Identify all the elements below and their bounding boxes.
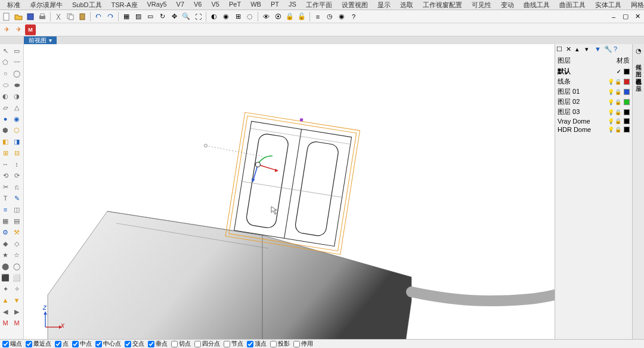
- tool-33[interactable]: ⚒: [11, 227, 22, 238]
- menu-19[interactable]: 曲线工具: [519, 0, 555, 10]
- help-icon[interactable]: ?: [348, 11, 359, 22]
- layer-row[interactable]: Vray Dome💡🔒: [555, 117, 632, 125]
- layer-row[interactable]: 默认✓: [555, 66, 632, 76]
- ghost-icon[interactable]: ◌: [244, 11, 255, 22]
- tool-19[interactable]: ⊟: [11, 147, 22, 158]
- tool-11[interactable]: △: [11, 102, 22, 113]
- props-icon[interactable]: ◷: [324, 11, 335, 22]
- tool-29[interactable]: ◫: [11, 204, 22, 215]
- tool-8[interactable]: ◐: [0, 91, 11, 101]
- vtab-0[interactable]: 属性: [633, 57, 644, 62]
- ungroup-icon[interactable]: ▨: [133, 11, 144, 22]
- panel-filter-icon[interactable]: ▼: [595, 45, 603, 54]
- tool-48[interactable]: M: [0, 318, 11, 328]
- layer-color-swatch[interactable]: [624, 79, 630, 85]
- menu-21[interactable]: 实体工具: [590, 0, 626, 10]
- tool-15[interactable]: ⬡: [11, 125, 22, 135]
- layer-visibility-icons[interactable]: 💡🔒: [608, 89, 621, 95]
- layer-color-swatch[interactable]: [624, 118, 630, 124]
- snap-checkbox[interactable]: [2, 341, 9, 347]
- tool-13[interactable]: ◉: [11, 113, 22, 124]
- select-icon[interactable]: ▭: [145, 11, 156, 22]
- menu-8[interactable]: PeT: [224, 0, 246, 10]
- viewport[interactable]: x z: [24, 44, 555, 339]
- undo-icon[interactable]: [93, 11, 104, 22]
- tool-47[interactable]: ▶: [11, 306, 22, 317]
- snap-4[interactable]: 中心点: [95, 340, 121, 348]
- menu-13[interactable]: 设置视图: [337, 0, 373, 10]
- panel-new-icon[interactable]: ☐: [556, 45, 565, 54]
- tool-49[interactable]: M: [11, 318, 22, 328]
- print-icon[interactable]: [37, 11, 48, 22]
- tool-7[interactable]: ⬬: [11, 79, 22, 90]
- tool-34[interactable]: ◆: [0, 238, 11, 249]
- tool-46[interactable]: ◀: [0, 306, 11, 317]
- new-icon[interactable]: [1, 11, 12, 22]
- zoom-ext-icon[interactable]: ⛶: [193, 11, 203, 22]
- pan-icon[interactable]: ✥: [169, 11, 179, 22]
- menu-0[interactable]: 标准: [2, 0, 25, 10]
- panel-tools-icon[interactable]: 🔧: [604, 45, 612, 54]
- layer-visibility-icons[interactable]: 💡🔒: [608, 127, 621, 133]
- tool-25[interactable]: ⎌: [11, 181, 22, 192]
- tool-42[interactable]: ✦: [0, 284, 11, 294]
- snap-checkbox[interactable]: [72, 341, 79, 347]
- tool-16[interactable]: ◧: [0, 136, 11, 147]
- zoom-icon[interactable]: 🔍: [181, 11, 191, 22]
- tool-44[interactable]: ▲: [0, 295, 11, 306]
- panel-dn-icon[interactable]: ▾: [585, 45, 593, 54]
- plane-icon[interactable]: ✈: [1, 24, 12, 35]
- tool-31[interactable]: ▤: [11, 215, 22, 226]
- tool-28[interactable]: ≡: [0, 204, 11, 215]
- copy-icon[interactable]: [65, 11, 76, 22]
- snap-checkbox[interactable]: [55, 341, 61, 347]
- layer-row[interactable]: 图层 03💡🔒: [555, 107, 632, 117]
- layers-icon[interactable]: ≡: [312, 11, 323, 22]
- menu-14[interactable]: 显示: [373, 0, 395, 10]
- tool-26[interactable]: T: [0, 193, 11, 204]
- snap-12[interactable]: 停用: [293, 340, 313, 348]
- layer-visibility-icons[interactable]: ✓: [617, 69, 621, 75]
- tool-12[interactable]: ●: [0, 113, 11, 124]
- tab-front-view[interactable]: 前视图 ▾: [24, 36, 57, 44]
- wire-icon[interactable]: ⊞: [233, 11, 243, 22]
- tool-6[interactable]: ⬭: [0, 79, 11, 90]
- snap-0[interactable]: 端点: [2, 340, 22, 348]
- vtab-1[interactable]: 图层: [633, 64, 644, 69]
- layer-row[interactable]: 线条💡🔒: [555, 76, 632, 87]
- tool-4[interactable]: ○: [0, 68, 11, 79]
- layer-color-swatch[interactable]: [624, 69, 630, 75]
- tool-2[interactable]: ⬠: [0, 57, 11, 67]
- tool-37[interactable]: ☆: [11, 250, 22, 260]
- tool-35[interactable]: ◇: [11, 238, 22, 249]
- snap-11[interactable]: 投影: [270, 340, 290, 348]
- menu-12[interactable]: 工作平面: [301, 0, 337, 10]
- tab-dropdown-icon[interactable]: ▾: [49, 37, 52, 44]
- layer-row[interactable]: 图层 01💡🔒: [555, 87, 632, 97]
- tool-20[interactable]: ↔: [0, 159, 11, 170]
- layer-row[interactable]: 图层 02💡🔒: [555, 97, 632, 107]
- menu-15[interactable]: 选取: [395, 0, 418, 10]
- snap-checkbox[interactable]: [26, 341, 32, 347]
- group-icon[interactable]: ▦: [121, 11, 132, 22]
- tool-43[interactable]: ✧: [11, 284, 22, 294]
- tool-30[interactable]: ▦: [0, 215, 11, 226]
- layer-color-swatch[interactable]: [624, 127, 630, 133]
- show-icon[interactable]: ⦿: [273, 11, 283, 22]
- snap-checkbox[interactable]: [293, 341, 300, 347]
- tool-22[interactable]: ⟲: [0, 170, 11, 181]
- tool-21[interactable]: ↕: [11, 159, 22, 170]
- max-icon[interactable]: ▢: [620, 11, 631, 22]
- tool-18[interactable]: ⊞: [0, 147, 11, 158]
- layer-color-swatch[interactable]: [624, 89, 630, 95]
- tool-10[interactable]: ▱: [0, 102, 11, 113]
- tool-24[interactable]: ✂: [0, 181, 11, 192]
- snap-checkbox[interactable]: [125, 341, 131, 347]
- open-icon[interactable]: [13, 11, 24, 22]
- layer-color-swatch[interactable]: [624, 99, 630, 105]
- hide-icon[interactable]: 👁: [261, 11, 271, 22]
- rotate-icon[interactable]: ↻: [157, 11, 168, 22]
- panel-help-icon[interactable]: ?: [614, 45, 622, 54]
- menu-22[interactable]: 网格工具: [626, 0, 644, 10]
- render-icon[interactable]: ◉: [221, 11, 231, 22]
